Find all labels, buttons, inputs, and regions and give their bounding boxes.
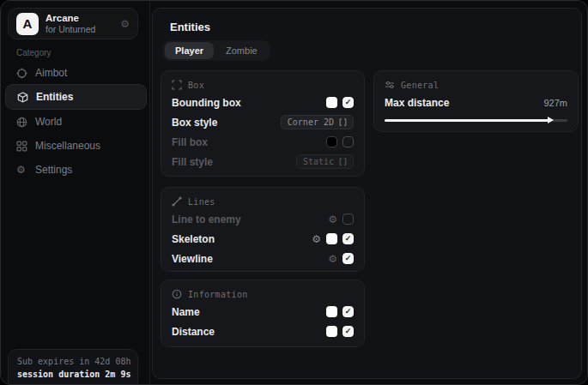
setting-row-fill-box: Fill box <box>172 135 354 149</box>
sidebar-item-world[interactable]: World <box>5 111 147 132</box>
setting-row-box-style: Box style Corner 2D <box>172 115 354 129</box>
app-subtitle: for Unturned <box>45 24 113 34</box>
setting-row-name: Name ✓ <box>172 304 354 319</box>
page-title: Entities <box>170 21 210 33</box>
sidebar-item-miscellaneous[interactable]: Miscellaneous <box>5 135 147 156</box>
select-brackets-icon <box>339 117 347 127</box>
checkbox-name[interactable]: ✓ <box>342 306 354 317</box>
check-icon: ✓ <box>345 328 352 335</box>
setting-row-fill-style: Fill style Static <box>172 154 354 169</box>
subscription-card: Sub expires in 42d 08h session duration … <box>8 349 138 385</box>
sidebar-item-label: World <box>35 116 62 128</box>
color-swatch[interactable] <box>326 306 337 317</box>
check-icon: ✓ <box>345 308 352 316</box>
check-icon: ✓ <box>345 235 352 243</box>
checkbox-fill-box[interactable] <box>342 136 354 147</box>
app-title: Arcane <box>45 13 113 24</box>
select-brackets-icon <box>339 157 347 166</box>
app-logo: A <box>16 13 39 35</box>
checkbox-line-to-enemy[interactable] <box>342 214 354 225</box>
setting-row-distance: Distance ✓ <box>172 324 354 339</box>
section-box-header: Box <box>172 80 354 90</box>
gear-icon[interactable]: ⚙ <box>328 254 337 264</box>
section-title: Lines <box>188 197 215 207</box>
sidebar: A Arcane for Unturned ⚙ Category Aimbot <box>1 1 150 384</box>
diagonal-line-icon <box>172 196 182 207</box>
gear-icon[interactable]: ⚙ <box>312 234 321 244</box>
section-lines-header: Lines <box>172 196 354 207</box>
checkbox-viewline[interactable]: ✓ <box>342 253 354 264</box>
color-swatch[interactable] <box>326 97 337 108</box>
dropdown-box-style[interactable]: Corner 2D <box>281 115 354 129</box>
gear-icon[interactable]: ⚙ <box>120 19 130 29</box>
section-information-header: Information <box>172 289 354 299</box>
dropdown-value: Corner 2D <box>288 117 334 127</box>
section-general: General Max distance 927m <box>373 70 579 132</box>
tab-zombie[interactable]: Zombie <box>215 42 268 59</box>
color-swatch[interactable] <box>326 326 337 337</box>
sidebar-item-label: Miscellaneous <box>35 140 100 152</box>
sidebar-item-label: Aimbot <box>35 67 67 79</box>
setting-row-skeleton: Skeleton ⚙ ✓ <box>172 232 354 246</box>
section-title: Information <box>188 290 248 299</box>
setting-row-bounding-box: Bounding box ✓ <box>172 95 354 110</box>
corners-icon <box>172 80 182 90</box>
app-logo-card: A Arcane for Unturned ⚙ <box>8 8 138 39</box>
sliders-icon <box>385 80 395 90</box>
setting-row-viewline: Viewline ⚙ ✓ <box>172 251 354 266</box>
gear-icon: ⚙ <box>16 165 27 176</box>
subscription-expiry: Sub expires in 42d 08h <box>17 357 129 366</box>
sidebar-item-label: Entities <box>36 91 73 103</box>
category-label: Category <box>16 48 52 57</box>
gear-icon[interactable]: ⚙ <box>328 214 337 225</box>
sidebar-item-settings[interactable]: ⚙ Settings <box>5 159 147 180</box>
section-general-header: General <box>385 80 567 90</box>
app-window: A Arcane for Unturned ⚙ Category Aimbot <box>0 0 588 385</box>
section-lines: Lines Line to enemy ⚙ Skeleton ⚙ ✓ Viewl… <box>161 187 365 272</box>
main-panel: Entities Player Zombie Box Bounding box … <box>152 8 582 379</box>
setting-row-line-to-enemy: Line to enemy ⚙ <box>172 212 354 226</box>
max-distance-slider[interactable] <box>385 117 567 123</box>
checkbox-skeleton[interactable]: ✓ <box>342 233 354 244</box>
cube-icon <box>17 92 28 103</box>
app-title-block: Arcane for Unturned <box>45 13 113 34</box>
info-icon <box>172 289 182 299</box>
sidebar-item-entities[interactable]: Entities <box>5 84 147 110</box>
check-icon: ✓ <box>345 99 352 106</box>
app-logo-letter: A <box>23 16 33 31</box>
section-title: Box <box>188 81 204 90</box>
setting-row-max-distance: Max distance 927m <box>385 97 567 109</box>
slider-handle[interactable] <box>548 117 554 123</box>
section-information: Information Name ✓ Distance ✓ <box>161 280 365 347</box>
crosshair-icon <box>16 68 27 79</box>
section-title: General <box>401 81 439 90</box>
slider-fill <box>385 119 549 122</box>
dropdown-fill-style[interactable]: Static <box>296 154 354 169</box>
max-distance-value: 927m <box>543 98 567 108</box>
sidebar-item-label: Settings <box>35 164 72 176</box>
sidebar-item-aimbot[interactable]: Aimbot <box>5 63 147 83</box>
checkbox-bounding-box[interactable]: ✓ <box>342 97 354 108</box>
color-swatch[interactable] <box>326 233 337 244</box>
session-duration: session duration 2m 9s <box>17 370 129 379</box>
tab-player[interactable]: Player <box>165 42 214 59</box>
grid-icon <box>16 141 27 152</box>
checkbox-distance[interactable]: ✓ <box>342 326 354 337</box>
section-box: Box Bounding box ✓ Box style Corner 2D <box>161 70 365 177</box>
color-swatch[interactable] <box>326 136 337 147</box>
globe-icon <box>16 117 27 128</box>
check-icon: ✓ <box>345 255 352 262</box>
tab-bar: Player Zombie <box>163 40 270 61</box>
dropdown-value: Static <box>303 157 334 166</box>
